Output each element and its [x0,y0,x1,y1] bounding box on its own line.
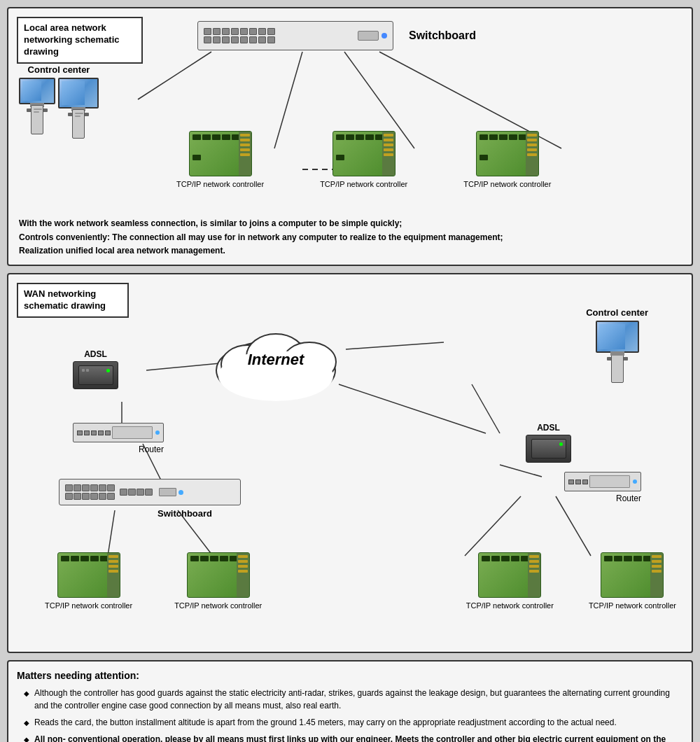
lan-switchboard-label: Switchboard [409,29,476,42]
computer-2 [58,78,99,139]
wan-adsl-left-device [73,361,118,389]
lan-computers [19,78,99,139]
wan-cpu [611,354,624,383]
matter-item-1: Although the controller has good guards … [24,687,683,712]
lan-controller-1: TCP/IP network controller [176,131,264,188]
controller-board-3 [476,131,539,176]
main-container: Local area network networking schematic … [7,7,693,742]
matters-list: Although the controller has good guards … [17,687,683,742]
matters-panel: Matters needing attention: Although the … [7,660,693,742]
wan-control-center: Control center [586,307,648,383]
wan-router-right: Router [564,472,641,503]
wan-controllers-right: TCP/IP network controller TCP/IP network… [466,552,676,610]
cpu-2 [72,109,85,139]
wan-adsl-right: ADSL [526,423,571,463]
wan-controller-left-2-label: TCP/IP network controller [174,601,262,610]
svg-line-15 [472,384,500,433]
wan-router-left-label: Router [73,444,164,454]
lan-controller-3: TCP/IP network controller [463,131,551,188]
wan-router-left: Router [73,423,164,454]
monitor-1 [19,78,55,104]
svg-line-14 [556,496,591,556]
internet-cloud: Internet [206,314,346,405]
matters-title: Matters needing attention: [17,670,683,681]
wan-controller-left-2: TCP/IP network controller [174,552,262,610]
matter-item-3: All non- conventional operation, please … [24,733,683,742]
wan-controller-right-1: TCP/IP network controller [466,552,554,610]
wan-diagram: Internet Control center ADSL [17,286,683,643]
svg-line-5 [346,342,444,349]
lan-control-center: Control center [19,64,99,139]
wan-controller-right-1-label: TCP/IP network controller [466,601,554,610]
lan-switch-box [197,21,393,50]
svg-line-13 [465,496,521,556]
wan-controller-board-left-1 [57,552,120,598]
wan-adsl-right-device [526,435,571,463]
wan-controller-board-right-2 [601,552,664,598]
controller-board-2 [332,131,396,176]
lan-controller-1-label: TCP/IP network controller [176,180,264,188]
wan-controller-left-1: TCP/IP network controller [45,552,132,610]
controller-board-1 [189,131,252,176]
wan-switchboard: Switchboard [59,479,241,519]
wan-switch-box [59,479,241,505]
wan-router-left-device [73,423,164,442]
wan-adsl-left: ADSL [73,349,118,389]
computer-1 [19,78,55,139]
wan-panel: WAN networking schematic drawing [7,273,693,653]
wan-controllers-left: TCP/IP network controller TCP/IP network… [45,552,262,610]
wan-controller-left-1-label: TCP/IP network controller [45,601,132,610]
lan-controllers-row: TCP/IP network controller TCP/IP network… [176,131,551,188]
svg-line-7 [339,384,486,433]
wan-controller-board-right-1 [478,552,541,598]
lan-label-box: Local area network networking schematic … [17,17,143,64]
wan-adsl-right-label: ADSL [526,423,571,433]
lan-controller-3-label: TCP/IP network controller [463,180,551,188]
wan-computer [596,321,639,383]
wan-switchboard-label: Switchboard [129,508,241,519]
wan-control-center-label: Control center [586,307,648,318]
internet-label: Internet [248,351,304,369]
cpu-1 [31,105,43,134]
lan-panel: Local area network networking schematic … [7,7,693,266]
switch-port-group [204,28,275,43]
wan-monitor [596,321,639,353]
wan-controller-right-2: TCP/IP network controller [589,552,676,610]
svg-line-12 [500,465,542,477]
monitor-2 [58,78,99,108]
wan-controller-right-2-label: TCP/IP network controller [589,601,676,610]
wan-controller-board-left-2 [187,552,250,598]
svg-line-0 [138,52,211,99]
lan-description: With the work network seamless connectio… [19,217,503,258]
lan-title: Local area network networking schematic … [24,22,120,57]
wan-router-right-label: Router [564,493,641,503]
lan-controller-2-label: TCP/IP network controller [320,180,407,188]
wan-adsl-left-label: ADSL [73,349,118,359]
lan-control-center-label: Control center [19,64,99,75]
wan-router-right-device [564,472,641,491]
lan-desc-2: Controls conveniently: The connection al… [19,231,503,244]
lan-desc-3: Realization unified local area network m… [19,244,503,258]
switch-indicator [382,33,387,38]
lan-controller-2: TCP/IP network controller [320,131,407,188]
lan-desc-1: With the work network seamless connectio… [19,217,503,230]
matter-item-2: Reads the card, the button installment a… [24,716,683,729]
